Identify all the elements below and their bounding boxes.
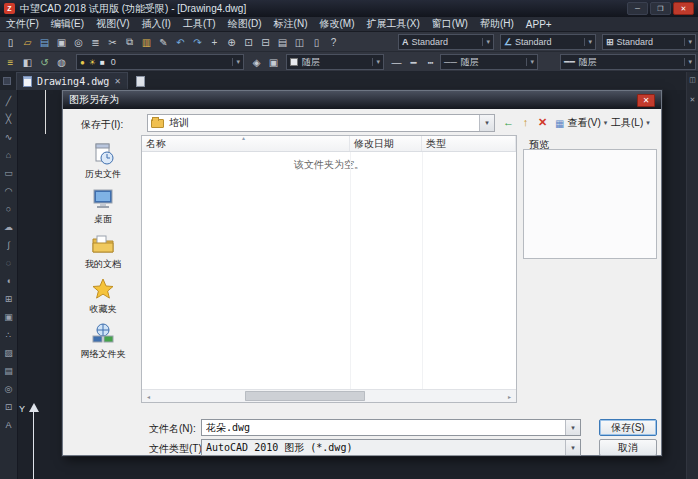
place-history[interactable]: 历史文件 bbox=[71, 141, 135, 186]
plot-style-icon[interactable]: ┅ bbox=[422, 54, 439, 70]
menu-item[interactable]: 文件(F) bbox=[0, 17, 45, 31]
save-in-dropdown[interactable]: 培训 ▾ bbox=[147, 114, 495, 132]
menu-item[interactable]: APP+ bbox=[520, 19, 558, 30]
plot-icon[interactable]: ▣ bbox=[53, 34, 70, 50]
close-button[interactable]: ✕ bbox=[673, 2, 694, 15]
layer-isolate-icon[interactable]: ◍ bbox=[53, 54, 70, 70]
filename-combo[interactable]: ▾ bbox=[201, 419, 581, 436]
place-network[interactable]: 网络文件夹 bbox=[71, 321, 135, 366]
place-desktop[interactable]: 桌面 bbox=[71, 186, 135, 231]
hatch-icon[interactable]: ▨ bbox=[1, 344, 17, 362]
up-one-level-icon[interactable]: ↑ bbox=[518, 114, 533, 130]
column-header[interactable]: 修改日期 bbox=[350, 136, 422, 151]
open-file-icon[interactable]: ▱ bbox=[19, 34, 36, 50]
line-icon[interactable]: ╱ bbox=[1, 92, 17, 110]
cut-icon[interactable]: ✂ bbox=[104, 34, 121, 50]
zoom-realtime-icon[interactable]: ⊕ bbox=[223, 34, 240, 50]
paste-icon[interactable]: ▥ bbox=[138, 34, 155, 50]
menu-item[interactable]: 视图(V) bbox=[90, 17, 135, 31]
design-center-icon[interactable]: ◫ bbox=[291, 34, 308, 50]
table-icon[interactable]: ⊡ bbox=[1, 398, 17, 416]
layer-previous-icon[interactable]: ↺ bbox=[36, 54, 53, 70]
tab-drawing4[interactable]: Drawing4.dwg ✕ bbox=[16, 72, 128, 90]
column-header[interactable]: 名称 bbox=[142, 136, 350, 151]
menu-item[interactable]: 帮助(H) bbox=[474, 17, 520, 31]
chevron-down-icon[interactable]: ▾ bbox=[479, 115, 494, 131]
ellipse-icon[interactable]: ◌ bbox=[1, 254, 17, 272]
undo-icon[interactable]: ↶ bbox=[172, 34, 189, 50]
help-icon[interactable]: ? bbox=[325, 34, 342, 50]
color-dropdown[interactable]: 随层 ▾ bbox=[286, 54, 384, 70]
arc-icon[interactable]: ◠ bbox=[1, 182, 17, 200]
table-style-dropdown[interactable]: ⊞ Standard ▾ bbox=[602, 34, 696, 50]
insert-block-icon[interactable]: ⊞ bbox=[1, 290, 17, 308]
scrollbar-track[interactable] bbox=[155, 390, 503, 402]
menu-item[interactable]: 插入(I) bbox=[135, 17, 176, 31]
layer-dropdown[interactable]: ●☀■ 0 ▾ bbox=[76, 54, 244, 70]
make-layer-current-icon[interactable]: ◈ bbox=[248, 54, 265, 70]
scrollbar-thumb[interactable] bbox=[245, 391, 365, 401]
ellipse-arc-icon[interactable]: ◖ bbox=[1, 272, 17, 290]
new-tab-icon[interactable] bbox=[136, 76, 145, 87]
polyline-icon[interactable]: ∿ bbox=[1, 128, 17, 146]
view-button[interactable]: ▦ 查看(V) ▾ bbox=[551, 114, 611, 132]
linetype-icon[interactable]: ― bbox=[388, 54, 405, 70]
panel-toggle-icon[interactable]: ◫ bbox=[687, 74, 698, 86]
revision-cloud-icon[interactable]: ☁ bbox=[1, 218, 17, 236]
zoom-window-icon[interactable]: ⊡ bbox=[240, 34, 257, 50]
filetype-combo[interactable]: AutoCAD 2010 图形 (*.dwg) ▾ bbox=[201, 439, 581, 456]
construction-line-icon[interactable]: ╳ bbox=[1, 110, 17, 128]
gradient-icon[interactable]: ▤ bbox=[1, 362, 17, 380]
publish-icon[interactable]: ≣ bbox=[87, 34, 104, 50]
panel-close-icon[interactable]: ✕ bbox=[687, 94, 698, 106]
dimension-style-dropdown[interactable]: ∠ Standard ▾ bbox=[500, 34, 596, 50]
place-favorites[interactable]: 收藏夹 bbox=[71, 276, 135, 321]
new-file-icon[interactable]: ▯ bbox=[2, 34, 19, 50]
rectangle-icon[interactable]: ▭ bbox=[1, 164, 17, 182]
menu-item[interactable]: 工具(T) bbox=[177, 17, 222, 31]
save-button[interactable]: 保存(S) bbox=[599, 419, 657, 436]
polygon-icon[interactable]: ⌂ bbox=[1, 146, 17, 164]
file-list[interactable]: 名称修改日期类型 ▴ 该文件夹为空。 ◂ ▸ bbox=[141, 135, 517, 403]
dialog-close-button[interactable]: ✕ bbox=[637, 94, 655, 107]
circle-icon[interactable]: ○ bbox=[1, 200, 17, 218]
menu-item[interactable]: 编辑(E) bbox=[45, 17, 90, 31]
linetype-dropdown[interactable]: ── 随层 ▾ bbox=[440, 54, 538, 70]
minimize-button[interactable]: ─ bbox=[627, 2, 648, 15]
tab-list-icon[interactable] bbox=[0, 72, 14, 90]
point-icon[interactable]: ∴ bbox=[1, 326, 17, 344]
layer-states-icon[interactable]: ◧ bbox=[19, 54, 36, 70]
properties-icon[interactable]: ▤ bbox=[274, 34, 291, 50]
match-properties-icon[interactable]: ✎ bbox=[155, 34, 172, 50]
pan-icon[interactable]: + bbox=[206, 34, 223, 50]
chevron-down-icon[interactable]: ▾ bbox=[565, 440, 580, 455]
cancel-button[interactable]: 取消 bbox=[599, 439, 657, 456]
menu-item[interactable]: 修改(M) bbox=[313, 17, 360, 31]
print-preview-icon[interactable]: ◎ bbox=[70, 34, 87, 50]
layer-properties-icon[interactable]: ≡ bbox=[2, 54, 19, 70]
scroll-right-icon[interactable]: ▸ bbox=[503, 390, 516, 402]
restore-button[interactable]: ❐ bbox=[650, 2, 671, 15]
redo-icon[interactable]: ↷ bbox=[189, 34, 206, 50]
filename-input[interactable] bbox=[202, 422, 565, 433]
region-icon[interactable]: ◎ bbox=[1, 380, 17, 398]
zoom-previous-icon[interactable]: ⊟ bbox=[257, 34, 274, 50]
mtext-icon[interactable]: A bbox=[1, 416, 17, 434]
menu-item[interactable]: 扩展工具(X) bbox=[360, 17, 425, 31]
chevron-down-icon[interactable]: ▾ bbox=[565, 420, 580, 435]
menu-item[interactable]: 绘图(D) bbox=[222, 17, 268, 31]
text-style-dropdown[interactable]: A Standard ▾ bbox=[398, 34, 494, 50]
back-icon[interactable]: ← bbox=[501, 114, 516, 130]
lineweight-dropdown[interactable]: ━━ 随层 ▾ bbox=[560, 54, 696, 70]
menu-item[interactable]: 窗口(W) bbox=[426, 17, 474, 31]
tab-close-icon[interactable]: ✕ bbox=[114, 77, 121, 86]
tools-button[interactable]: 工具(L) ▾ bbox=[607, 114, 654, 132]
delete-icon[interactable]: ✕ bbox=[535, 114, 550, 130]
place-documents[interactable]: 我的文档 bbox=[71, 231, 135, 276]
copy-icon[interactable]: ⧉ bbox=[121, 34, 138, 50]
scroll-left-icon[interactable]: ◂ bbox=[142, 390, 155, 402]
save-icon[interactable]: ▤ bbox=[36, 34, 53, 50]
lineweight-icon[interactable]: ━ bbox=[405, 54, 422, 70]
layer-match-icon[interactable]: ▣ bbox=[265, 54, 282, 70]
column-header[interactable]: 类型 bbox=[422, 136, 516, 151]
